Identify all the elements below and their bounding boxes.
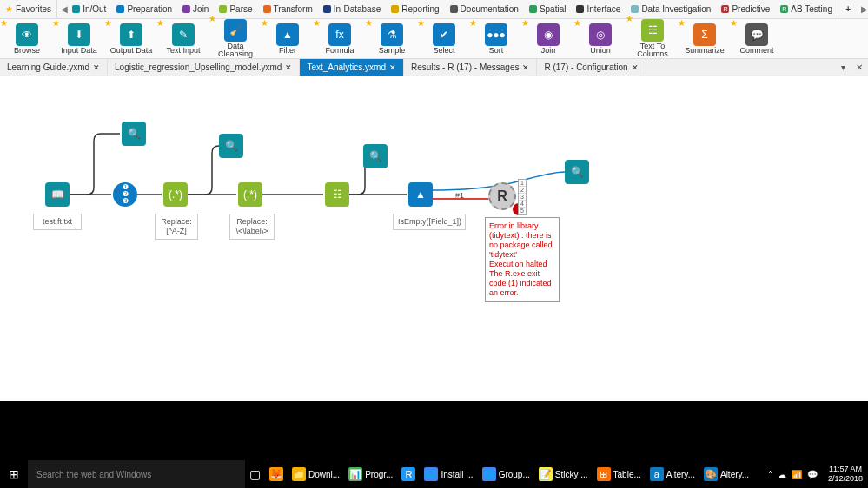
close-icon[interactable]: ✕ <box>632 63 639 72</box>
category-documentation[interactable]: Documentation <box>446 4 523 14</box>
ribbon-category-bar: ★Favorites ◀ In/OutPreparationJoinParseT… <box>0 0 868 19</box>
taskbar-app[interactable]: ⊞Table... <box>593 460 646 488</box>
doc-tab[interactable]: Learning Guide.yxmd✕ <box>0 59 108 76</box>
tool-palette: ★👁Browse★⬇Input Data★⬆Output Data★✎Text … <box>0 19 868 59</box>
tool-sort[interactable]: ★●●●Sort <box>473 23 520 55</box>
close-icon[interactable]: ✕ <box>285 63 292 72</box>
category-inout[interactable]: In/Out <box>68 4 110 14</box>
taskbar-app[interactable]: 📊Progr... <box>344 460 397 488</box>
close-icon[interactable]: ✕ <box>522 63 529 72</box>
nav-left-icon[interactable]: ◀ <box>57 4 68 14</box>
r-output-ports: 12345 <box>518 179 527 215</box>
category-spatial[interactable]: Spatial <box>525 4 571 14</box>
taskbar-app[interactable]: 📝Sticky ... <box>534 460 593 488</box>
taskbar-clock[interactable]: 11:57 AM 2/12/2018 <box>823 465 868 484</box>
tray-action-center-icon[interactable]: 💬 <box>807 470 818 479</box>
category-preparation[interactable]: Preparation <box>112 4 176 14</box>
tab-dropdown-icon[interactable]: ▾ <box>836 63 851 72</box>
taskbar-app[interactable]: 🌐Group... <box>478 460 534 488</box>
error-message-box: Error in library (tidytext) : there is n… <box>485 217 560 302</box>
category-reporting[interactable]: Reporting <box>387 4 443 14</box>
browse-node[interactable]: 🔍 <box>565 160 589 184</box>
letterbox-gap <box>0 401 868 460</box>
connection-label: #1 <box>455 191 464 200</box>
tray-wifi-icon[interactable]: 📶 <box>792 470 802 479</box>
close-icon[interactable]: ✕ <box>389 63 396 72</box>
regex-node-1[interactable]: (.*) <box>163 182 188 207</box>
start-button[interactable]: ⊞ <box>0 460 28 488</box>
tool-union[interactable]: ★◎Union <box>577 23 624 55</box>
input-data-node[interactable]: 📖 <box>45 182 70 207</box>
search-input[interactable]: Search the web and Windows <box>28 460 245 488</box>
taskbar-app[interactable]: R <box>397 460 420 488</box>
favorites-tab[interactable]: ★Favorites <box>0 0 57 18</box>
workflow-canvas[interactable]: 📖 test.ft.txt 🔍 ❶❷❸ (.*) Replace: [^A-Z]… <box>0 76 868 401</box>
node-label: Replace: \<\label\> <box>229 214 275 240</box>
taskbar-app[interactable]: 🌐Install ... <box>420 460 477 488</box>
tool-textinput[interactable]: ★✎Text Input <box>160 23 207 55</box>
category-interface[interactable]: Interface <box>572 4 625 14</box>
taskbar-app[interactable]: 🎨Altery... <box>699 460 753 488</box>
document-tab-bar: Learning Guide.yxmd✕Logistic_regression_… <box>0 59 868 76</box>
node-label: IsEmpty([Field_1]) <box>393 214 466 230</box>
regex-node-2[interactable]: (.*) <box>238 182 262 207</box>
nav-right-icon[interactable]: ▶ <box>858 4 868 14</box>
category-abtesting[interactable]: RAB Testing <box>776 4 837 14</box>
doc-tab[interactable]: Logistic_regression_Upselling_model.yxmd… <box>108 59 300 76</box>
tool-comment[interactable]: ★💬Comment <box>733 23 780 55</box>
tool-browse[interactable]: ★👁Browse <box>3 23 50 55</box>
doc-tab[interactable]: Results - R (17) - Messages✕ <box>404 59 537 76</box>
tray-chevron-icon[interactable]: ˄ <box>768 470 772 479</box>
node-label: test.ft.txt <box>33 214 82 230</box>
tray-cloud-icon[interactable]: ☁ <box>778 470 786 479</box>
category-transform[interactable]: Transform <box>259 4 317 14</box>
browse-node[interactable]: 🔍 <box>122 122 146 146</box>
taskbar-app[interactable]: 🦊 <box>265 460 288 488</box>
tool-select[interactable]: ★✔Select <box>421 23 467 55</box>
node-label: Replace: [^A-Z] <box>155 214 198 240</box>
tool-formula[interactable]: ★fxFormula <box>316 23 363 55</box>
browse-node[interactable]: 🔍 <box>363 144 388 168</box>
doc-tab[interactable]: R (17) - Configuration✕ <box>537 59 646 76</box>
category-datainvestigation[interactable]: Data Investigation <box>626 4 715 14</box>
browse-node[interactable]: 🔍 <box>219 134 243 158</box>
tool-filter[interactable]: ★▲Filter <box>264 23 311 55</box>
tool-summarize[interactable]: ★ΣSummarize <box>681 23 728 55</box>
tool-datacleansing[interactable]: ★🧹Data Cleansing <box>212 19 259 58</box>
tool-texttocolumns[interactable]: ★☷Text To Columns <box>629 19 676 58</box>
tool-join[interactable]: ★◉Join <box>525 23 572 55</box>
tool-sample[interactable]: ★⚗Sample <box>368 23 415 55</box>
category-join[interactable]: Join <box>178 4 213 14</box>
close-all-icon[interactable]: ✕ <box>851 63 868 72</box>
category-predictive[interactable]: RPredictive <box>717 4 774 14</box>
doc-tab[interactable]: Text_Analytics.yxmd✕ <box>300 59 404 76</box>
taskbar-app[interactable]: 📁Downl... <box>288 460 344 488</box>
filter-node[interactable]: ▲ <box>408 182 433 207</box>
tool-inputdata[interactable]: ★⬇Input Data <box>56 23 103 55</box>
category-indatabase[interactable]: In-Database <box>319 4 385 14</box>
record-id-node[interactable]: ❶❷❸ <box>113 182 137 207</box>
close-icon[interactable]: ✕ <box>93 63 100 72</box>
category-parse[interactable]: Parse <box>215 4 256 14</box>
r-tool-node[interactable]: R <box>488 182 516 210</box>
tool-outputdata[interactable]: ★⬆Output Data <box>108 23 155 55</box>
taskbar-app[interactable]: aAltery... <box>646 460 699 488</box>
system-tray[interactable]: ˄ ☁ 📶 💬 <box>763 470 823 479</box>
add-category-button[interactable]: + <box>838 0 858 18</box>
text-to-columns-node[interactable]: ☷ <box>325 182 349 207</box>
task-view-button[interactable]: ▢ <box>245 460 265 488</box>
windows-taskbar: ⊞ Search the web and Windows ▢ 🦊📁Downl..… <box>0 460 868 488</box>
